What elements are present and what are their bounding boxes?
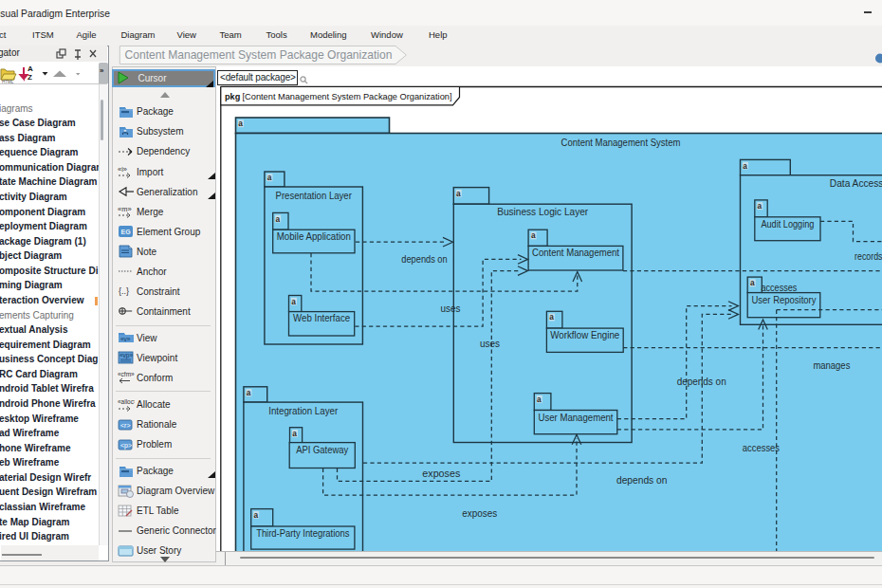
svg-text:pkg: pkg <box>225 91 240 101</box>
svg-text:depends on: depends on <box>676 377 726 387</box>
svg-text:uses: uses <box>480 339 500 349</box>
svg-text:depends on: depends on <box>616 475 667 486</box>
svg-text:a: a <box>292 429 297 438</box>
svg-text:a: a <box>537 395 542 404</box>
svg-text:a: a <box>750 278 755 287</box>
svg-text:a: a <box>246 388 250 397</box>
svg-text:API Gateway: API Gateway <box>296 445 349 455</box>
svg-text:exposes: exposes <box>462 508 497 519</box>
svg-text:a: a <box>253 510 258 520</box>
svg-text:«i»: «i» <box>118 165 127 174</box>
svg-text:a: a <box>238 119 243 128</box>
svg-text:a: a <box>456 189 461 198</box>
svg-text:Content Management System Pack: Content Management System Package Organi… <box>125 48 393 62</box>
svg-text:a: a <box>549 312 554 322</box>
svg-text:[Content Management System Pac: [Content Management System Package Organ… <box>242 91 451 101</box>
svg-text:Workflow Engine: Workflow Engine <box>550 330 619 340</box>
svg-text:records: records <box>854 251 882 262</box>
svg-text:<p>: <p> <box>120 442 132 450</box>
svg-text:Z: Z <box>28 73 32 82</box>
svg-text:«vp»: «vp» <box>119 352 133 359</box>
svg-text:uses: uses <box>440 303 460 314</box>
svg-text:a: a <box>743 161 747 171</box>
svg-text:User Management: User Management <box>538 413 613 423</box>
svg-text:Mobile Application: Mobile Application <box>276 231 350 242</box>
svg-text:Web Interface: Web Interface <box>293 313 350 323</box>
svg-text:exposes: exposes <box>422 469 460 479</box>
svg-text:Presentation Layer: Presentation Layer <box>275 191 352 201</box>
svg-text:Audit Logging: Audit Logging <box>761 219 814 230</box>
svg-text:a: a <box>291 297 296 306</box>
svg-text:«m»: «m» <box>118 205 132 213</box>
svg-text:Integration Layer: Integration Layer <box>268 406 339 416</box>
svg-text:a: a <box>275 214 280 224</box>
svg-text:EG: EG <box>121 229 132 235</box>
svg-text:Business Logic Layer: Business Logic Layer <box>497 207 589 217</box>
svg-text:accesses: accesses <box>742 443 779 453</box>
svg-text:Data Access Layer: Data Access Layer <box>829 178 882 189</box>
svg-text:depends on: depends on <box>401 254 447 265</box>
svg-text:{..}: {..} <box>119 286 129 296</box>
svg-text:Content Management: Content Management <box>532 248 619 258</box>
svg-text:«v»: «v» <box>120 336 131 342</box>
svg-text:Content Management System: Content Management System <box>560 138 680 148</box>
svg-text:User Repository: User Repository <box>751 295 817 305</box>
svg-text:«alloc»: «alloc» <box>118 398 135 405</box>
svg-text:accesses: accesses <box>761 283 797 293</box>
svg-text:«cfm»: «cfm» <box>118 371 135 377</box>
svg-text:A: A <box>28 64 33 73</box>
svg-text:manages: manages <box>813 360 850 371</box>
svg-text:<r>: <r> <box>120 422 131 429</box>
svg-text:a: a <box>266 173 271 182</box>
svg-text:a: a <box>757 201 762 211</box>
svg-text:Third-Party Integrations: Third-Party Integrations <box>256 528 349 539</box>
svg-text:a: a <box>530 230 535 240</box>
